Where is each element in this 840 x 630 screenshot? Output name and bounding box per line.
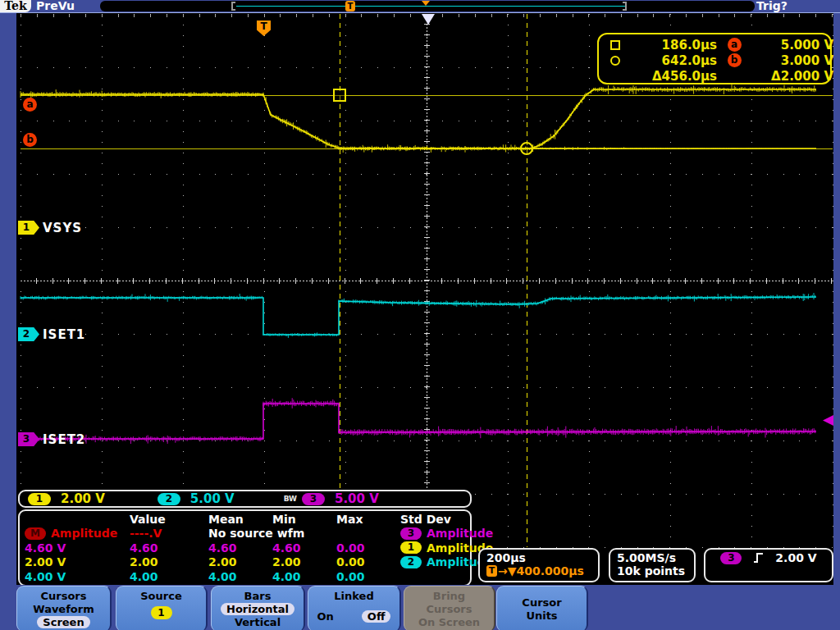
channel-3-ground-marker: 3 xyxy=(18,432,39,446)
selected-option: Screen xyxy=(37,616,89,628)
meas-header-max: Max xyxy=(336,513,400,526)
acquisition-mode-label: PreVu xyxy=(36,0,75,12)
meas-name: Amplitude xyxy=(51,527,117,540)
button-line: Cursor xyxy=(497,596,587,609)
button-line: Vertical xyxy=(212,616,304,629)
bandwidth-limit-icon: BW xyxy=(284,495,297,503)
channel-3-label: ISET2 xyxy=(43,432,85,447)
channel-2-label: ISET1 xyxy=(43,327,85,342)
waveform-display-area: T a b 1 VSYS 2 ISET1 3 ISET2 186.0µs a 5… xyxy=(16,13,833,585)
trigger-t-icon: T xyxy=(486,565,497,577)
button-line: Cursors xyxy=(404,603,494,616)
button-line: Waveform xyxy=(17,603,110,616)
wave-record-view: T xyxy=(100,1,755,11)
cursor-b-circle-icon xyxy=(610,56,620,66)
expansion-point-triangle-icon xyxy=(422,14,435,25)
cursor-delta-time: Δ456.0µs xyxy=(633,69,717,84)
cursor-a-time: 186.0µs xyxy=(633,38,717,52)
channel-1-scale: 2.00 V xyxy=(61,491,105,506)
meas-header-value: Value xyxy=(130,513,208,526)
record-expansion-arrow-icon xyxy=(422,1,430,6)
timebase-scale: 200µs xyxy=(486,551,591,564)
meas-max: 4.00 xyxy=(272,570,336,583)
button-line: Units xyxy=(497,609,587,623)
meas-mean: 4.60 xyxy=(130,541,208,555)
meas-min: 4.00 xyxy=(208,570,272,583)
cursor-a-badge: a xyxy=(23,98,37,112)
source-button[interactable]: Source 1 xyxy=(116,586,208,630)
source-channel-badge: 1 xyxy=(151,606,172,619)
meas-min: 2.00 xyxy=(208,555,272,568)
channel-1-badge: 1 xyxy=(28,493,51,505)
sample-rate: 5.00MS/s xyxy=(617,551,687,564)
delay-arrow-icon: →▼ xyxy=(498,564,517,578)
channel-1-label: VSYS xyxy=(43,221,82,235)
channel-scale-bar: 1 2.00 V 2 5.00 V BW 3 5.00 V xyxy=(18,490,472,508)
math-badge: M xyxy=(25,527,46,540)
meas-std: 0.00 xyxy=(336,570,400,583)
cursor-b-badge: b xyxy=(23,133,37,147)
meas-header-stddev: Std Dev xyxy=(400,513,493,526)
record-window-left-bracket xyxy=(231,2,235,11)
trigger-delay-readout: T →▼ 400.000µs xyxy=(486,564,591,578)
selected-option: Horizontal xyxy=(221,603,294,615)
meas-mean: 2.00 xyxy=(130,555,208,568)
oscilloscope-screen: { "header": { "logo": "Tek", "mode": "Pr… xyxy=(0,0,840,630)
button-line: Bring xyxy=(404,590,494,603)
meas-max: 4.60 xyxy=(272,541,336,555)
cursor-b-badge-icon: b xyxy=(728,53,742,67)
record-trigger-icon: T xyxy=(345,1,355,11)
meas-std: 0.00 xyxy=(336,555,400,568)
bring-cursors-button: Bring Cursors On Screen xyxy=(404,586,495,630)
channel-3-badge: 3 xyxy=(400,527,422,540)
channel-2-badge: 2 xyxy=(400,556,422,568)
soft-menu-bar: Cursors Waveform Screen Source 1 Bars Ho… xyxy=(0,585,840,630)
timebase-readout: 200µs T →▼ 400.000µs xyxy=(478,548,600,582)
channel-2-scale: 5.00 V xyxy=(190,491,235,506)
cursor-a-square-icon xyxy=(610,40,620,50)
linked-button[interactable]: Linked On Off xyxy=(308,586,401,630)
channel-2-badge: 2 xyxy=(158,493,180,505)
title-bar: Tek PreVu T Trig? xyxy=(0,0,840,12)
trigger-level-arrow-icon xyxy=(823,415,833,426)
cursor-delta-voltage: Δ2.000 V xyxy=(751,69,833,84)
meas-row-label: 3 Amplitude xyxy=(400,527,493,540)
record-window-right-bracket xyxy=(623,2,627,11)
meas-min: 4.60 xyxy=(208,541,272,555)
meas-name: Amplitude xyxy=(427,527,493,540)
meas-header-min: Min xyxy=(272,513,336,526)
meas-value: 4.00 V xyxy=(25,570,130,583)
rising-edge-icon xyxy=(753,552,764,564)
button-line: On Screen xyxy=(404,616,494,629)
cursor-a-voltage: 5.000 V xyxy=(751,38,833,52)
cursor-a-badge-icon: a xyxy=(728,38,742,52)
bars-button[interactable]: Bars Horizontal Vertical xyxy=(211,586,305,630)
trigger-delay-value: 400.000µs xyxy=(517,564,584,578)
linked-on-option: On xyxy=(317,610,334,623)
meas-header-mean: Mean xyxy=(208,513,272,526)
channel-2-ground-marker: 2 xyxy=(18,327,39,341)
record-length: 10k points xyxy=(617,564,687,578)
button-line: Cursors xyxy=(17,590,110,603)
acquisition-readout: 5.00MS/s 10k points xyxy=(609,548,696,582)
meas-value: ----.V xyxy=(130,527,208,540)
meas-note: No source wfm xyxy=(208,527,400,540)
linked-off-option: Off xyxy=(362,610,391,623)
cursor-units-button[interactable]: Cursor Units xyxy=(496,586,588,630)
meas-value: 4.60 V xyxy=(25,541,130,555)
meas-std: 0.00 xyxy=(336,541,400,555)
trigger-readout: 3 2.00 V xyxy=(704,548,833,582)
meas-mean: 4.00 xyxy=(130,570,208,583)
measurement-table: Value Mean Min Max Std Dev M Amplitude -… xyxy=(18,509,472,587)
cursor-b-time: 642.0µs xyxy=(633,53,717,68)
cursor-readout-box: 186.0µs a 5.000 V 642.0µs b 3.000 V Δ456… xyxy=(597,33,832,84)
record-waveform-line xyxy=(236,6,625,7)
meas-value: 2.00 V xyxy=(25,555,130,568)
meas-max: 2.00 xyxy=(272,555,336,568)
cursor-b-voltage: 3.000 V xyxy=(751,53,833,68)
cursors-mode-button[interactable]: Cursors Waveform Screen xyxy=(16,586,112,630)
channel-3-scale: 5.00 V xyxy=(335,491,379,506)
channel-1-ground-marker: 1 xyxy=(18,221,39,235)
meas-row-label: M Amplitude xyxy=(25,527,130,540)
tek-logo: Tek xyxy=(0,0,31,12)
